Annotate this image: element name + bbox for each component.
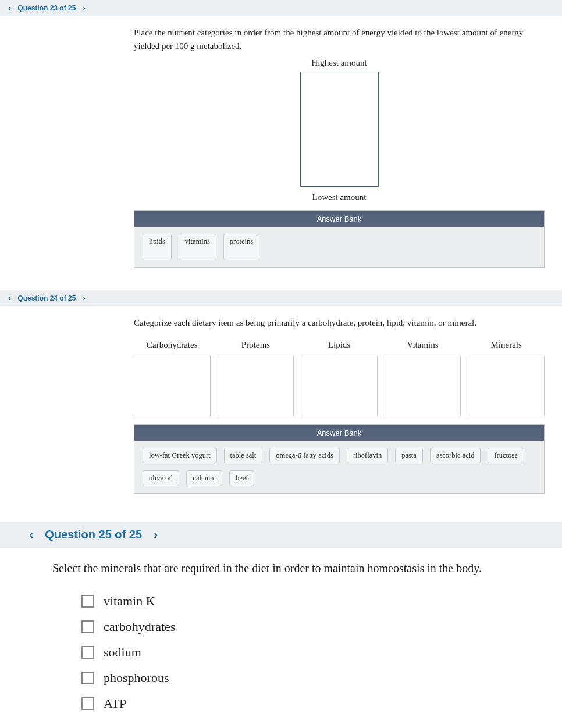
option-row[interactable]: phosphorous [81,670,545,686]
question-nav-24: ‹ Question 24 of 25 › [0,290,562,306]
next-question-icon[interactable]: › [79,3,88,12]
question-25-body: Select the minerals that are required in… [35,548,562,729]
question-prompt: Categorize each dietary item as being pr… [134,316,545,330]
answer-bank-header: Answer Bank [134,211,544,227]
chip-riboflavin[interactable]: riboflavin [347,448,388,463]
question-nav-23: ‹ Question 23 of 25 › [0,0,562,16]
option-row[interactable]: carbohydrates [81,619,545,634]
chip-calcium[interactable]: calcium [186,470,222,486]
prev-question-icon[interactable]: ‹ [5,3,14,12]
question-nav-label: Question 24 of 25 [14,294,79,302]
option-row[interactable]: vitamin K [81,594,545,609]
question-nav-label: Question 23 of 25 [14,4,79,12]
prev-question-icon[interactable]: ‹ [5,294,14,302]
prev-question-icon[interactable]: ‹ [23,527,39,543]
question-prompt: Place the nutrient categories in order f… [134,26,545,52]
option-row[interactable]: sodium [81,645,545,660]
next-question-icon[interactable]: › [148,527,163,543]
question-prompt: Select the minerals that are required in… [52,560,545,576]
rank-drop-zone[interactable] [300,72,379,187]
checkbox-icon[interactable] [81,620,94,633]
option-label: vitamin K [104,594,155,609]
question-nav-label: Question 25 of 25 [39,528,148,541]
category-title-minerals: Minerals [468,340,545,350]
answer-bank: Answer Bank lipids vitamins proteins [134,210,545,268]
question-24-body: Categorize each dietary item as being pr… [116,306,562,504]
chip-pasta[interactable]: pasta [395,448,423,463]
drop-zone-lipids[interactable] [301,356,378,416]
chip-omega6[interactable]: omega-6 fatty acids [269,448,340,463]
checkbox-icon[interactable] [81,595,94,608]
chip-fructose[interactable]: fructose [488,448,524,463]
chip-olive-oil[interactable]: olive oil [143,470,179,486]
rank-bottom-label: Lowest amount [134,192,545,202]
drop-zone-carbs[interactable] [134,356,211,416]
category-title-lipids: Lipids [301,340,378,350]
question-23-body: Place the nutrient categories in order f… [116,16,562,279]
chip-beef[interactable]: beef [229,470,255,486]
rank-top-label: Highest amount [134,58,545,68]
option-label: carbohydrates [104,619,175,634]
answer-bank: Answer Bank low-fat Greek yogurt table s… [134,424,545,494]
chip-table-salt[interactable]: table salt [224,448,263,463]
drop-zone-minerals[interactable] [468,356,545,416]
checkbox-icon[interactable] [81,697,94,710]
option-label: ATP [104,696,126,711]
drop-zone-vitamins[interactable] [385,356,461,416]
checkbox-icon[interactable] [81,646,94,659]
chip-vitamins[interactable]: vitamins [179,234,216,260]
next-question-icon[interactable]: › [79,294,88,302]
category-title-carbs: Carbohydrates [134,340,211,350]
question-nav-25: ‹ Question 25 of 25 › [0,522,562,548]
answer-bank-header: Answer Bank [134,425,544,441]
checkbox-icon[interactable] [81,672,94,684]
option-row[interactable]: ATP [81,696,545,711]
category-title-proteins: Proteins [218,340,294,350]
option-label: phosphorous [104,670,169,686]
chip-greek-yogurt[interactable]: low-fat Greek yogurt [143,448,217,463]
option-label: sodium [104,645,141,660]
chip-lipids[interactable]: lipids [143,234,172,260]
chip-ascorbic[interactable]: ascorbic acid [430,448,481,463]
drop-zone-proteins[interactable] [218,356,294,416]
category-title-vitamins: Vitamins [385,340,461,350]
chip-proteins[interactable]: proteins [223,234,259,260]
